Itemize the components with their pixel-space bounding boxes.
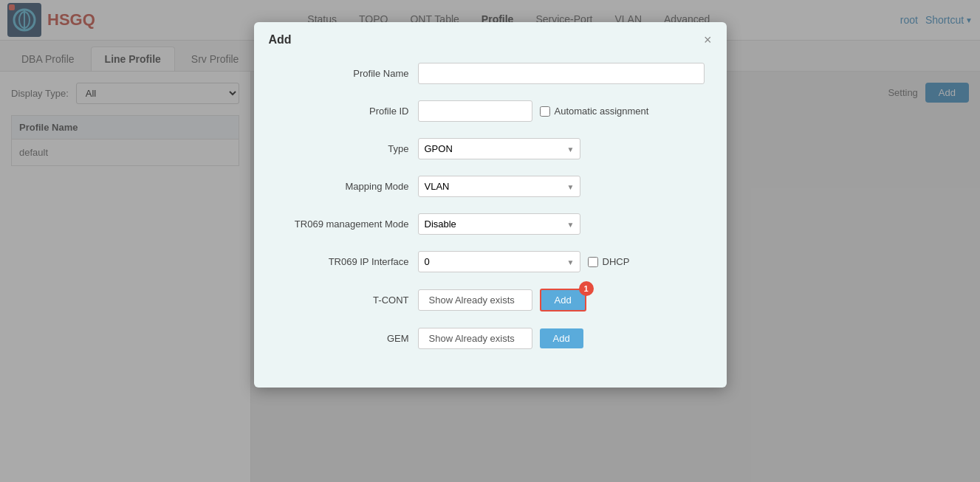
tcont-add-wrapper: Add 1 [540,289,586,311]
profile-id-inline: Automatic assignment [418,100,649,122]
dhcp-checkbox-label: DHCP [588,256,630,267]
type-select[interactable]: GPON [418,138,580,159]
profile-id-label: Profile ID [276,106,409,117]
gem-add-button[interactable]: Add [540,328,583,348]
gem-show-button[interactable]: Show Already exists [418,328,532,349]
mapping-mode-select[interactable]: VLAN [418,176,580,197]
modal-close-button[interactable]: × [704,33,712,47]
automatic-assignment-checkbox-label: Automatic assignment [540,106,649,117]
tr069-mgmt-select[interactable]: Disable [418,213,580,235]
gem-inline: Show Already exists Add [418,328,583,349]
type-label: Type [276,143,409,154]
mapping-mode-select-wrapper: VLAN [418,176,580,197]
tcont-show-button[interactable]: Show Already exists [418,289,532,311]
tr069-ip-inline: 0 DHCP [418,251,630,272]
gem-row: GEM Show Already exists Add [276,328,705,349]
modal-header: Add × [254,22,727,55]
modal-body: Profile Name Profile ID Automatic assign… [254,55,727,349]
profile-name-label: Profile Name [276,68,409,79]
modal-overlay: Add × Profile Name Profile ID Automatic … [0,0,980,482]
tr069-ip-label: TR069 IP Interface [276,256,409,267]
tr069-mgmt-label: TR069 management Mode [276,218,409,230]
profile-name-input[interactable] [418,63,705,84]
automatic-assignment-label: Automatic assignment [555,106,649,117]
tr069-ip-select-wrapper: 0 [418,251,580,272]
profile-id-row: Profile ID Automatic assignment [276,100,705,122]
type-select-wrapper: GPON [418,138,580,159]
profile-name-row: Profile Name [276,63,705,84]
tcont-label: T-CONT [276,295,409,306]
dhcp-label: DHCP [603,256,630,267]
tr069-mgmt-select-wrapper: Disable [418,213,580,235]
type-row: Type GPON [276,138,705,159]
dhcp-checkbox[interactable] [588,257,598,267]
modal-dialog: Add × Profile Name Profile ID Automatic … [254,22,727,388]
tr069-mgmt-row: TR069 management Mode Disable [276,213,705,235]
mapping-mode-row: Mapping Mode VLAN [276,176,705,197]
tcont-inline: Show Already exists Add 1 [418,289,586,311]
profile-id-input[interactable] [418,100,532,122]
automatic-assignment-checkbox[interactable] [540,106,550,117]
modal-title: Add [269,33,292,47]
tcont-row: T-CONT Show Already exists Add 1 [276,289,705,311]
gem-label: GEM [276,333,409,344]
tr069-ip-select[interactable]: 0 [418,251,580,272]
mapping-mode-label: Mapping Mode [276,181,409,192]
tr069-ip-row: TR069 IP Interface 0 DHCP [276,251,705,272]
tcont-badge: 1 [579,281,594,296]
